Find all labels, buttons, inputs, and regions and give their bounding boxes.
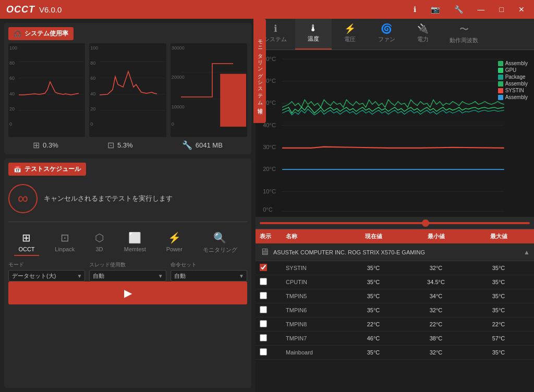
table-body: 🖥 ASUSTeK COMPUTER INC. ROG STRIX X570-E… [256,243,534,392]
mode-tabs: ⊞ OCCT ⊡ Linpack ⬡ 3D ⬜ Memtest ⚡ Powe [8,226,247,259]
side-tab[interactable]: モニタリングシステム情報 [253,19,266,123]
chart-slider[interactable] [260,222,530,224]
system-usage-header: 🎧 システム使用率 [8,27,247,40]
tab-fan[interactable]: 🌀 ファン [368,19,405,50]
tab-power[interactable]: ⚡ Power [162,229,187,256]
main-layout: 🎧 システム使用率 100806040200 [0,19,534,392]
app-logo: OCCT [6,4,35,15]
voltage-tab-icon: ⚡ [344,23,356,34]
sensor-cur-tmpin7: 46°C [342,335,405,341]
sensor-name-tmpin5: TMPIN5 [286,293,342,299]
close-button[interactable]: ✕ [515,4,528,15]
svg-text:0°C: 0°C [263,207,273,213]
camera-button[interactable]: 📷 [428,4,443,15]
test-schedule-title: 📅 テストスケジュール [8,163,86,176]
sensor-check-cputin[interactable] [260,278,286,286]
titlebar: OCCT V6.0.0 ℹ 📷 🔧 — □ ✕ [0,0,534,19]
disk-chart-area [181,45,246,127]
monitor-chart: 70°C 60°C 50°C 40°C 30°C 20°C 10°C 0°C [256,50,534,217]
right-panel: ℹ システム 🌡 温度 ⚡ 電圧 🌀 ファン 🔌 電力 〜 動作周波数 [256,19,534,392]
mem-value: 5.3% [117,141,133,149]
instruction-dropdown-label: 命令セット [171,261,247,268]
infinite-button[interactable]: ∞ [8,184,38,213]
sensor-min-tmpin6: 32°C [405,307,467,313]
sensor-check-tmpin8[interactable] [260,320,286,328]
svg-text:20°C: 20°C [263,166,276,172]
left-panel: 🎧 システム使用率 100806040200 [0,19,256,392]
device-icon: 🖥 [260,247,269,258]
occt-label: OCCT [18,246,34,252]
occt-icon: ⊞ [22,231,31,244]
disk-status: 🔧 6041 MB [182,140,223,150]
divider [8,222,247,222]
sensor-cur-tmpin6: 35°C [342,307,405,313]
sensor-check-systin[interactable] [260,264,286,272]
legend-item-6: Assembly [498,94,528,100]
col-header-display: 表示 [260,232,286,240]
sensor-check-tmpin7[interactable] [260,334,286,342]
tab-linpack[interactable]: ⊡ Linpack [51,229,79,256]
monitor-tabs: ℹ システム 🌡 温度 ⚡ 電圧 🌀 ファン 🔌 電力 〜 動作周波数 [256,19,534,50]
maximize-button[interactable]: □ [496,4,507,15]
sensor-row-tmpin7: TMPIN7 46°C 38°C 57°C [256,332,534,346]
legend-color-1 [498,61,503,66]
sensor-name-cputin: CPUTIN [286,279,342,285]
instruction-dropdown-group: 命令セット 自動 ▼ [171,261,247,281]
monitoring-icon: 🔍 [213,231,226,244]
cpu-icon: ⊞ [33,140,40,150]
info-button[interactable]: ℹ [410,4,419,15]
sensor-name-tmpin7: TMPIN7 [286,335,342,341]
sensor-name-tmpin6: TMPIN6 [286,307,342,313]
expand-button[interactable]: ▲ [524,249,530,256]
tab-voltage[interactable]: ⚡ 電圧 [332,19,368,50]
mem-status: ⊡ 5.3% [107,140,133,150]
legend-label-5: SYSTIN [505,88,524,93]
svg-text:10°C: 10°C [263,188,276,194]
sensor-cur-cputin: 35°C [342,279,405,285]
device-name: ASUSTeK COMPUTER INC. ROG STRIX X570-E G… [273,249,519,255]
threads-dropdown-label: スレッド使用数 [89,261,166,268]
fan-tab-icon: 🌀 [381,23,392,34]
tab-occt[interactable]: ⊞ OCCT [14,229,39,256]
tab-memtest[interactable]: ⬜ Memtest [120,229,150,256]
temp-tab-icon: 🌡 [309,23,318,34]
sensor-cur-mainboard: 35°C [342,349,405,356]
legend-label-2: GPU [505,67,517,73]
settings-button[interactable]: 🔧 [451,4,466,15]
tab-freq[interactable]: 〜 動作周波数 [441,19,487,50]
app-version: V6.0.0 [39,5,62,14]
svg-text:30°C: 30°C [263,144,276,150]
tab-monitoring[interactable]: 🔍 モニタリング [199,229,241,256]
mode-dropdown[interactable]: データセット(大) [8,270,85,281]
svg-rect-10 [220,74,246,127]
legend-item-1: Assembly [498,60,528,66]
memory-chart: 100806040200 [89,43,166,137]
system-tab-icon: ℹ [274,23,277,34]
sensor-min-mainboard: 32°C [405,349,467,356]
chart-slider-row [256,217,534,229]
tab-temperature[interactable]: 🌡 温度 [295,19,332,50]
sensor-check-tmpin5[interactable] [260,292,286,300]
start-button[interactable]: ▶ [8,281,247,304]
legend-item-2: GPU [498,67,528,73]
power-label: Power [166,246,183,252]
memtest-icon: ⬜ [128,231,141,244]
sensor-check-tmpin6[interactable] [260,306,286,314]
minimize-button[interactable]: — [475,4,488,15]
slider-thumb[interactable] [422,219,429,227]
tab-power[interactable]: 🔌 電力 [405,19,441,50]
threads-dropdown-wrapper: 自動 ▼ [89,270,166,281]
voltage-tab-label: 電圧 [344,35,356,43]
sensor-check-mainboard[interactable] [260,348,286,357]
sensor-min-tmpin8: 22°C [405,321,467,327]
test-run-label: キャンセルされるまでテストを実行します [44,194,173,203]
sensor-name-mainboard: Mainboard [286,349,342,356]
mode-dropdown-wrapper: データセット(大) ▼ [8,270,85,281]
mode-dropdown-label: モード [8,261,85,268]
linpack-label: Linpack [55,246,75,252]
instruction-dropdown[interactable]: 自動 [171,270,247,281]
device-header: 🖥 ASUSTeK COMPUTER INC. ROG STRIX X570-E… [256,243,534,261]
tab-3d[interactable]: ⬡ 3D [91,229,108,256]
table-header-row: 表示 名称 現在値 最小値 最大値 [256,229,534,243]
threads-dropdown[interactable]: 自動 [89,270,166,281]
